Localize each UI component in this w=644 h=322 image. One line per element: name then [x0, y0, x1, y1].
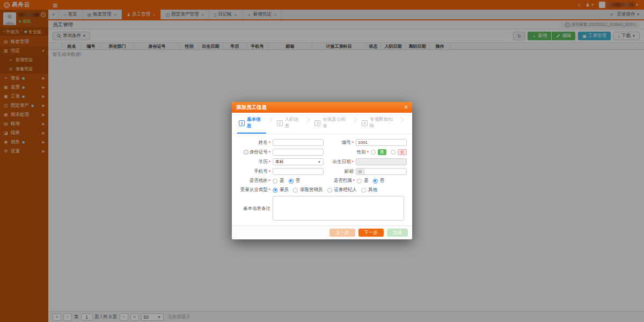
- yes-label: 是: [364, 178, 369, 184]
- required-mark: *: [353, 178, 355, 184]
- gender-male-radio[interactable]: [371, 150, 376, 155]
- next-step-button[interactable]: 下一步: [358, 229, 384, 237]
- education-value: 本科: [275, 159, 284, 165]
- info-icon[interactable]: i: [244, 150, 248, 155]
- modal-body: 姓名* 编号* i身份证号* 性别* 男 女: [232, 134, 412, 225]
- employment-option-label: 证券经纪人: [334, 187, 357, 193]
- phone-input[interactable]: [273, 168, 324, 175]
- wizard-steps: 1 基本信息 2 入职信息 3 社保及公积金 4 专项附加扣除: [232, 113, 412, 134]
- birth-date-label: 出生日期: [333, 159, 351, 165]
- remark-label: 基本信息备注: [243, 206, 270, 212]
- is-martyr-label: 是否烈属: [334, 178, 352, 184]
- step-special-deduction[interactable]: 4 专项附加扣除: [360, 116, 398, 133]
- modal-footer: 上一步 下一步 完成: [232, 225, 412, 239]
- employment-option-label: 保险营销员: [300, 187, 323, 193]
- close-icon[interactable]: ×: [404, 104, 408, 111]
- required-mark: *: [352, 140, 354, 145]
- id-number-label: 身份证号: [250, 149, 268, 156]
- prev-step-button[interactable]: 上一步: [330, 229, 355, 237]
- martyr-no-radio[interactable]: [373, 179, 378, 184]
- disabled-yes-radio[interactable]: [273, 179, 277, 184]
- gender-label: 性别: [357, 149, 366, 156]
- female-badge: 女: [398, 149, 407, 155]
- birth-date-input: [356, 158, 407, 165]
- is-disabled-label: 是否残疾: [250, 178, 268, 184]
- no-label: 否: [380, 178, 385, 184]
- step-separator-icon: [399, 118, 404, 123]
- employment-type-label: 受雇从业类型: [240, 187, 268, 193]
- modal-title: 添加员工信息: [236, 104, 267, 111]
- id-number-input[interactable]: [273, 149, 324, 156]
- add-employee-modal: 添加员工信息 × 1 基本信息 2 入职信息 3 社保及公积金 4 专项附加扣除…: [232, 102, 412, 239]
- education-label: 学历: [259, 159, 268, 165]
- step-separator-icon: [267, 118, 272, 123]
- required-mark: *: [269, 178, 270, 184]
- finish-button[interactable]: 完成: [387, 229, 408, 237]
- male-badge: 男: [378, 149, 386, 155]
- martyr-yes-radio[interactable]: [357, 179, 362, 184]
- required-mark: *: [269, 169, 270, 174]
- step-separator-icon: [352, 118, 357, 123]
- remark-textarea[interactable]: [273, 196, 404, 221]
- step-label: 社保及公积金: [323, 116, 349, 129]
- employment-insurance-radio[interactable]: [293, 188, 298, 193]
- step-basic-info[interactable]: 1 基本信息: [237, 116, 266, 134]
- step-label: 基本信息: [247, 116, 265, 129]
- employment-option-label: 雇员: [280, 187, 289, 193]
- step-label: 入职信息: [285, 116, 303, 129]
- step-hire-info[interactable]: 2 入职信息: [275, 116, 304, 133]
- name-input[interactable]: [273, 139, 324, 146]
- required-mark: *: [269, 159, 270, 165]
- chevron-down-icon: ▼: [318, 160, 321, 164]
- phone-label: 手机号: [254, 169, 268, 175]
- email-at-icon: @: [356, 168, 364, 175]
- step-number: 4: [362, 120, 368, 126]
- step-number: 3: [314, 120, 320, 126]
- step-separator-icon: [305, 118, 310, 123]
- step-number: 2: [277, 120, 283, 126]
- required-mark: *: [352, 159, 354, 165]
- required-mark: *: [269, 187, 270, 193]
- no-label: 否: [296, 178, 301, 184]
- required-mark: *: [367, 150, 369, 155]
- step-social-insurance[interactable]: 3 社保及公积金: [313, 116, 350, 133]
- email-input[interactable]: [364, 168, 407, 175]
- modal-header: 添加员工信息 ×: [232, 102, 412, 113]
- employment-broker-radio[interactable]: [327, 188, 332, 193]
- required-mark: *: [269, 150, 270, 155]
- employment-option-label: 其他: [368, 187, 377, 193]
- yes-label: 是: [280, 178, 284, 184]
- code-input[interactable]: [356, 139, 407, 146]
- step-label: 专项附加扣除: [370, 116, 396, 129]
- code-label: 编号: [342, 140, 351, 146]
- email-label: 邮箱: [345, 169, 354, 175]
- education-select[interactable]: 本科 ▼: [273, 158, 324, 165]
- name-label: 姓名: [259, 140, 268, 146]
- disabled-no-radio[interactable]: [289, 179, 294, 184]
- gender-female-radio[interactable]: [391, 150, 396, 155]
- step-number: 1: [239, 120, 245, 126]
- employment-employee-radio[interactable]: [273, 188, 277, 193]
- employment-other-radio[interactable]: [361, 188, 366, 193]
- required-mark: *: [269, 140, 270, 145]
